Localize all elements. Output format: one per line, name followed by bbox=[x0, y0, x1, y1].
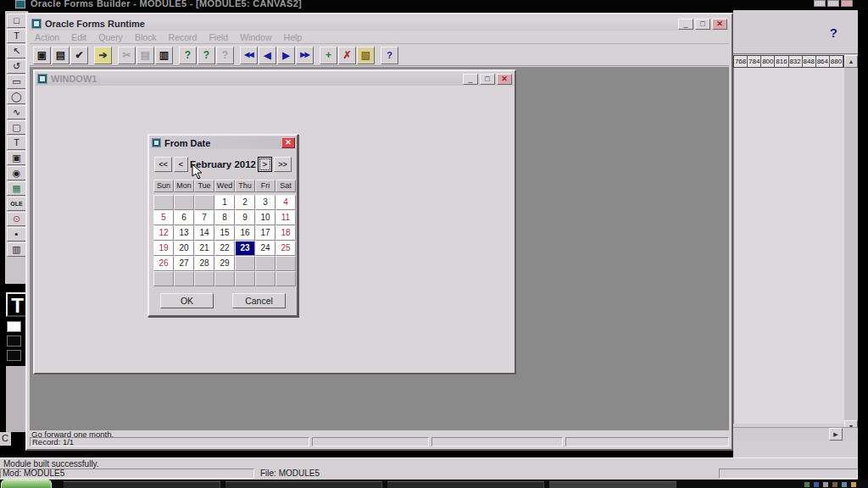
calendar-day-cell[interactable]: 4 bbox=[275, 195, 296, 210]
calendar-day-cell[interactable] bbox=[153, 271, 174, 286]
tray-icon[interactable] bbox=[804, 482, 810, 487]
window1-titlebar[interactable]: WINDOW1 _ □ ✕ bbox=[36, 72, 514, 86]
cancel-query-button[interactable]: ? bbox=[216, 47, 234, 64]
runtime-close-button[interactable]: ✕ bbox=[712, 19, 727, 30]
window1-close-button[interactable]: ✕ bbox=[497, 74, 512, 85]
menu-field[interactable]: Field bbox=[209, 32, 228, 42]
from-date-titlebar[interactable]: From Date ✕ bbox=[150, 136, 296, 149]
calendar-day-cell[interactable]: 5 bbox=[153, 210, 174, 225]
calendar-day-cell[interactable]: 11 bbox=[275, 210, 296, 225]
calendar-day-cell[interactable] bbox=[214, 271, 235, 286]
taskbar-item[interactable] bbox=[64, 481, 220, 488]
calendar-day-cell[interactable]: 23 bbox=[235, 241, 255, 256]
next-year-button[interactable]: >> bbox=[274, 157, 292, 172]
builder-close-button[interactable] bbox=[841, 0, 853, 7]
calendar-day-cell[interactable]: 25 bbox=[275, 241, 296, 256]
text-item-tool[interactable]: T bbox=[7, 136, 27, 150]
exit-button[interactable]: ➔ bbox=[94, 47, 112, 64]
calendar-day-cell[interactable]: 27 bbox=[174, 256, 194, 271]
menu-window[interactable]: Window bbox=[240, 32, 271, 42]
lock-record-button[interactable]: ▧ bbox=[357, 47, 375, 64]
calendar-day-cell[interactable]: 9 bbox=[235, 210, 255, 225]
calendar-day-cell[interactable]: 24 bbox=[255, 241, 275, 256]
canvas-work-area[interactable] bbox=[733, 68, 844, 424]
execute-query-button[interactable]: ? bbox=[198, 47, 215, 64]
scroll-up-button[interactable]: ▲ bbox=[844, 55, 858, 68]
runtime-minimize-button[interactable]: _ bbox=[678, 19, 693, 30]
display-item-tool[interactable]: ▪ bbox=[7, 227, 27, 241]
ellipse-tool[interactable]: ◯ bbox=[7, 90, 27, 104]
from-date-close-button[interactable]: ✕ bbox=[281, 137, 295, 148]
builder-minimize-button[interactable] bbox=[814, 0, 826, 7]
line-color-swatch[interactable] bbox=[7, 336, 21, 347]
rectangle-tool[interactable]: ▭ bbox=[7, 75, 27, 89]
prev-month-button[interactable]: < bbox=[174, 157, 188, 172]
calendar-day-cell[interactable] bbox=[194, 271, 214, 286]
calendar-day-cell[interactable] bbox=[235, 256, 255, 271]
enter-query-button[interactable]: ? bbox=[179, 47, 197, 64]
calendar-day-cell[interactable]: 17 bbox=[255, 225, 275, 241]
calendar-day-cell[interactable]: 10 bbox=[255, 210, 275, 225]
tray-icon[interactable] bbox=[851, 482, 856, 487]
fill-color-swatch[interactable] bbox=[7, 321, 21, 332]
calendar-day-cell[interactable] bbox=[275, 271, 296, 286]
calendar-day-cell[interactable] bbox=[255, 271, 275, 286]
rounded-rect-tool[interactable]: ▢ bbox=[7, 120, 27, 135]
runtime-maximize-button[interactable]: □ bbox=[695, 19, 710, 30]
calendar-day-cell[interactable]: 2 bbox=[235, 195, 255, 210]
builder-maximize-button[interactable] bbox=[827, 0, 839, 7]
print-button[interactable]: ▤ bbox=[52, 47, 70, 64]
calendar-day-cell[interactable]: 18 bbox=[275, 225, 296, 241]
taskbar-item[interactable] bbox=[387, 481, 544, 488]
vertical-scrollbar[interactable]: ▲ ▼ bbox=[844, 55, 858, 433]
window1-minimize-button[interactable]: _ bbox=[463, 74, 478, 85]
calendar-day-cell[interactable]: 7 bbox=[194, 210, 214, 225]
taskbar-item[interactable] bbox=[549, 481, 676, 488]
calendar-day-cell[interactable]: 16 bbox=[235, 225, 255, 241]
menu-query[interactable]: Query bbox=[98, 32, 123, 42]
ole-container-tool[interactable]: OLE bbox=[7, 197, 27, 211]
calendar-day-cell[interactable] bbox=[153, 195, 174, 210]
calendar-day-cell[interactable]: 19 bbox=[153, 241, 174, 256]
scroll-right-button[interactable]: ▶ bbox=[829, 428, 843, 441]
runtime-titlebar[interactable]: Oracle Forms Runtime _ □ ✕ bbox=[30, 17, 729, 30]
calendar-day-cell[interactable]: 20 bbox=[174, 241, 194, 256]
calendar-day-cell[interactable]: 13 bbox=[174, 225, 194, 241]
menu-edit[interactable]: Edit bbox=[71, 32, 86, 42]
calendar-day-cell[interactable]: 26 bbox=[153, 256, 174, 271]
tray-icon[interactable] bbox=[832, 482, 837, 487]
tray-icon[interactable] bbox=[823, 482, 828, 487]
calendar-day-cell[interactable] bbox=[174, 195, 194, 210]
calendar-day-cell[interactable]: 12 bbox=[153, 225, 174, 241]
ok-button[interactable]: OK bbox=[160, 293, 214, 308]
calendar-day-cell[interactable]: 28 bbox=[194, 256, 214, 271]
calendar-day-cell[interactable] bbox=[255, 256, 275, 271]
calendar-day-cell[interactable] bbox=[174, 271, 194, 286]
tray-icon[interactable] bbox=[814, 482, 819, 487]
help-button[interactable]: ? bbox=[381, 47, 398, 64]
canvas-tool[interactable]: ▥ bbox=[7, 242, 27, 257]
calendar-day-cell[interactable] bbox=[194, 195, 214, 210]
first-record-button[interactable]: ◀◀ bbox=[240, 47, 258, 64]
freehand-tool[interactable]: ∿ bbox=[7, 105, 27, 119]
calendar-day-cell[interactable] bbox=[235, 271, 255, 286]
save-button[interactable]: ▣ bbox=[33, 47, 51, 64]
rotate-tool[interactable]: ↺ bbox=[7, 59, 27, 74]
copy-button[interactable]: ▤ bbox=[136, 47, 154, 64]
start-button[interactable] bbox=[1, 480, 52, 488]
text-color-swatch[interactable] bbox=[7, 350, 21, 361]
menu-help[interactable]: Help bbox=[284, 32, 303, 42]
calendar-day-cell[interactable]: 6 bbox=[174, 210, 194, 225]
calendar-day-cell[interactable]: 21 bbox=[194, 241, 214, 256]
horizontal-scrollbar[interactable]: ▶ bbox=[733, 427, 858, 441]
new-document-tool[interactable]: □ bbox=[7, 14, 27, 28]
menu-record[interactable]: Record bbox=[169, 32, 198, 42]
select-arrow-tool[interactable]: ↖ bbox=[7, 44, 27, 58]
calendar-day-cell[interactable]: 3 bbox=[255, 195, 275, 210]
frame-tool[interactable]: ▣ bbox=[7, 151, 27, 165]
taskbar-item[interactable] bbox=[225, 481, 382, 488]
image-item-tool[interactable]: ▦ bbox=[7, 181, 27, 196]
insert-record-button[interactable]: + bbox=[320, 47, 337, 64]
previous-record-button[interactable]: ◀ bbox=[259, 47, 276, 64]
window1-maximize-button[interactable]: □ bbox=[480, 74, 495, 85]
